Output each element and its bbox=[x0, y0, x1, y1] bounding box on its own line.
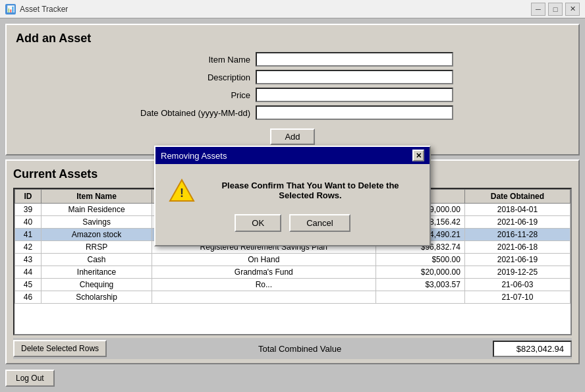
modal-title: Removing Assets bbox=[161, 151, 227, 161]
modal-content-row: ! Please Confirm That You Want to Delete… bbox=[169, 177, 416, 204]
warning-icon: ! bbox=[169, 177, 195, 204]
modal-message: Please Confirm That You Want to Delete t… bbox=[204, 181, 416, 200]
modal-overlay: Removing Assets ✕ ! Please Confirm That … bbox=[0, 0, 585, 392]
modal-dialog: Removing Assets ✕ ! Please Confirm That … bbox=[154, 146, 431, 246]
modal-ok-button[interactable]: OK bbox=[235, 214, 281, 232]
modal-close-button[interactable]: ✕ bbox=[412, 150, 424, 161]
modal-body: ! Please Confirm That You Want to Delete… bbox=[155, 164, 430, 245]
svg-text:!: ! bbox=[180, 186, 184, 200]
modal-buttons: OK Cancel bbox=[235, 214, 350, 232]
modal-title-bar: Removing Assets ✕ bbox=[155, 147, 430, 164]
modal-cancel-button[interactable]: Cancel bbox=[289, 214, 350, 232]
